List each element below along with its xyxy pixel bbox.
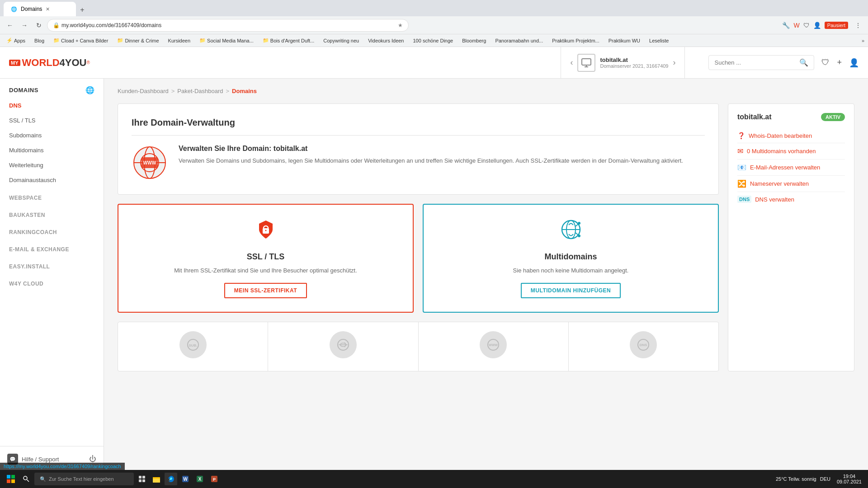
sidebar-rankingcoach-category[interactable]: RANKINGCOACH bbox=[0, 222, 104, 239]
sidebar-weiterleitung-label: Weiterleitung bbox=[9, 162, 43, 169]
panel-link-dns[interactable]: DNS DNS verwalten bbox=[737, 192, 845, 206]
bookmark-leseliste[interactable]: Leseliste bbox=[646, 37, 671, 44]
domain-main-card: Ihre Domain-Verwaltung WWW bbox=[118, 103, 719, 371]
bookmark-videokurs[interactable]: Videokurs Ideen bbox=[365, 37, 406, 44]
multidomain-feature-card: Multidomains Sie haben noch keine Multid… bbox=[423, 204, 719, 313]
bookmarks-more[interactable]: » bbox=[862, 38, 864, 43]
panel-link-whois[interactable]: ❓ Whois-Daten bearbeiten bbox=[737, 128, 845, 143]
tab-close-button[interactable]: ✕ bbox=[46, 6, 50, 12]
sidebar-item-ssl[interactable]: SSL / TLS bbox=[0, 113, 104, 128]
extension-icon-1[interactable]: 🔧 bbox=[782, 22, 790, 29]
bookmark-praktikum2[interactable]: Praktikum WU bbox=[606, 37, 643, 44]
breadcrumb-paket[interactable]: Paket-Dashboard bbox=[177, 88, 223, 94]
extension-icon-2[interactable]: W bbox=[793, 22, 799, 29]
multidomain-button[interactable]: MULTIDOMAIN HINZUFÜGEN bbox=[521, 283, 621, 298]
taskbar-search[interactable] bbox=[20, 473, 33, 485]
bookmark-bois[interactable]: 📁 Bois d'Argent Duft... bbox=[260, 37, 317, 44]
bookmark-copywriting[interactable]: Copywriting neu bbox=[321, 37, 362, 44]
breadcrumb-sep-1: > bbox=[171, 88, 175, 94]
forward-button[interactable]: → bbox=[18, 19, 31, 32]
sidebar-item-dns[interactable]: DNS bbox=[0, 98, 104, 113]
server-name: tobitalk.at bbox=[600, 56, 668, 63]
bookmark-bloomberg[interactable]: Bloomberg bbox=[459, 37, 489, 44]
server-prev-button[interactable]: ‹ bbox=[570, 58, 573, 67]
svg-point-16 bbox=[578, 235, 580, 237]
bookmark-social[interactable]: 📁 Social Media Mana... bbox=[197, 37, 256, 44]
ssl-card-title: SSL / TLS bbox=[247, 252, 285, 262]
bottom-card-www: WWW bbox=[419, 322, 569, 371]
taskbar-explorer[interactable] bbox=[150, 473, 163, 485]
taskbar-search-bar[interactable]: 🔍 Zur Suche Text hier eingeben bbox=[34, 473, 134, 485]
nav-bar: ← → ↻ 🔒 my.world4you.com/de/31667409/dom… bbox=[0, 16, 868, 34]
bookmark-cload[interactable]: 📁 Cload + Canva Bilder bbox=[51, 37, 111, 44]
panel-link-multidomains[interactable]: ✉ 0 Multidomains vorhanden bbox=[737, 143, 845, 160]
sidebar-webspace-category[interactable]: WEBSPACE bbox=[0, 188, 104, 205]
svg-rect-37 bbox=[153, 477, 156, 479]
panel-link-nameserver[interactable]: 🔀 Nameserver verwalten bbox=[737, 176, 845, 192]
sidebar-globe-icon[interactable]: 🌐 bbox=[85, 86, 94, 94]
more-button[interactable]: ⋮ bbox=[852, 19, 864, 32]
logo-world: WORLD bbox=[22, 57, 60, 69]
windows-start-button[interactable] bbox=[4, 472, 18, 486]
taskbar-task-view[interactable] bbox=[136, 473, 148, 485]
bookmark-kursideen[interactable]: Kursideen bbox=[165, 37, 193, 44]
bookmark-praktikum1[interactable]: Praktikum Projektm... bbox=[549, 37, 602, 44]
taskbar-word[interactable]: W bbox=[179, 473, 192, 485]
taskbar-clock[interactable]: 19:04 09.07.2021 bbox=[834, 474, 864, 484]
svg-rect-25 bbox=[7, 475, 10, 479]
breadcrumb: Kunden-Dashboard > Paket-Dashboard > Dom… bbox=[118, 88, 854, 94]
panel-status-badge: AKTIV bbox=[821, 113, 845, 121]
panel-link-email[interactable]: 📧 E-Mail-Adressen verwalten bbox=[737, 160, 845, 176]
url-bar[interactable]: 🔒 my.world4you.com/de/31667409/domains ★ bbox=[47, 19, 409, 32]
sidebar-item-multidomains[interactable]: Multidomains bbox=[0, 143, 104, 158]
app-container: MY WORLD 4YOU ® ‹ tobitalk.at Domainserv… bbox=[0, 47, 868, 472]
taskbar-search-icon: 🔍 bbox=[40, 476, 46, 482]
sidebar: DOMAINS 🌐 DNS SSL / TLS Subdomains Multi… bbox=[0, 79, 104, 472]
bookmark-100[interactable]: 100 schöne Dinge bbox=[410, 37, 456, 44]
sidebar-item-subdomains[interactable]: Subdomains bbox=[0, 128, 104, 143]
new-tab-button[interactable]: + bbox=[76, 4, 89, 16]
shield-icon[interactable]: 🛡 bbox=[821, 58, 830, 67]
bookmark-blog[interactable]: Blog bbox=[32, 37, 47, 44]
domain-header-card: Ihre Domain-Verwaltung WWW bbox=[118, 103, 719, 195]
bookmark-panorama[interactable]: Panoramabahn und... bbox=[492, 37, 546, 44]
active-tab[interactable]: 🌐 Domains ✕ bbox=[4, 2, 76, 16]
bookmark-dinner[interactable]: 📁 Dinner & Crime bbox=[114, 37, 161, 44]
taskbar-search-text: Zur Suche Text hier eingeben bbox=[49, 476, 114, 482]
tab-title: Domains bbox=[21, 6, 42, 12]
domain-icon: WWW bbox=[132, 145, 168, 181]
ssl-button[interactable]: MEIN SSL-ZERTIFIKAT bbox=[224, 283, 307, 298]
search-box[interactable]: 🔍 bbox=[708, 55, 814, 70]
svg-line-30 bbox=[27, 480, 29, 482]
svg-rect-0 bbox=[582, 59, 591, 65]
sidebar-item-weiterleitung[interactable]: Weiterleitung bbox=[0, 158, 104, 173]
pausiert-badge[interactable]: Pausiert bbox=[825, 22, 848, 29]
search-icon: 🔍 bbox=[799, 58, 808, 67]
weiterleitung-icon bbox=[330, 331, 357, 358]
sidebar-item-domainaustausch[interactable]: Domainaustausch bbox=[0, 173, 104, 188]
sidebar-email-category[interactable]: E-MAIL & EXCHANGE bbox=[0, 239, 104, 256]
extension-icon-4[interactable]: 👤 bbox=[813, 22, 821, 29]
taskbar-powerpoint[interactable]: P bbox=[208, 473, 221, 485]
bottom-cards-row: SUB. bbox=[118, 322, 719, 371]
server-next-button[interactable]: › bbox=[673, 58, 675, 67]
bookmark-apps[interactable]: ⚡ Apps bbox=[4, 37, 28, 44]
refresh-button[interactable]: ↻ bbox=[33, 19, 45, 32]
whois-icon: ❓ bbox=[737, 132, 745, 139]
sidebar-baukasten-category[interactable]: BAUKASTEN bbox=[0, 205, 104, 222]
extension-icon-3[interactable]: 🛡 bbox=[803, 22, 810, 29]
search-input[interactable] bbox=[714, 59, 796, 66]
add-button[interactable]: + bbox=[837, 58, 842, 67]
taskbar-edge[interactable] bbox=[165, 473, 177, 485]
power-button[interactable]: ⏻ bbox=[89, 455, 96, 463]
sidebar-w4ycloud-category[interactable]: W4Y CLOUD bbox=[0, 273, 104, 291]
breadcrumb-kunden[interactable]: Kunden-Dashboard bbox=[118, 88, 169, 94]
back-button[interactable]: ← bbox=[4, 19, 16, 32]
multidomain-icon bbox=[560, 218, 582, 245]
svg-rect-26 bbox=[11, 475, 15, 479]
sidebar-easyinstall-category[interactable]: EASY.INSTALL bbox=[0, 256, 104, 273]
tab-bar: 🌐 Domains ✕ + bbox=[0, 0, 868, 16]
taskbar-excel[interactable]: X bbox=[193, 473, 206, 485]
user-icon[interactable]: 👤 bbox=[849, 58, 859, 68]
svg-rect-33 bbox=[139, 479, 142, 482]
